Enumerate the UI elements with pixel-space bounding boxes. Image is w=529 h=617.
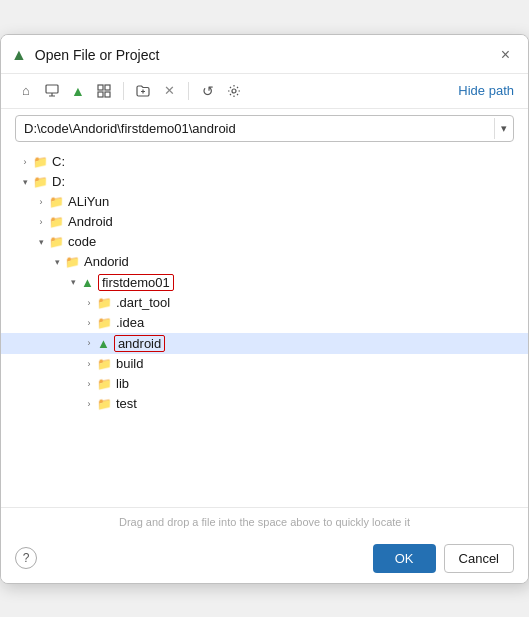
monitor-icon[interactable] — [41, 80, 63, 102]
footer-actions: OK Cancel — [373, 544, 514, 573]
tree-item-c[interactable]: ›📁C: — [1, 152, 528, 172]
chevron-icon: ▾ — [49, 254, 65, 270]
folder-icon: 📁 — [97, 397, 112, 411]
folder-icon: 📁 — [97, 316, 112, 330]
tree-item-code[interactable]: ▾📁code — [1, 232, 528, 252]
new-folder-icon[interactable] — [132, 80, 154, 102]
chevron-icon: › — [81, 396, 97, 412]
tree-item-label: D: — [52, 174, 65, 189]
delete-icon[interactable]: ✕ — [158, 80, 180, 102]
chevron-icon: › — [81, 335, 97, 351]
help-button[interactable]: ? — [15, 547, 37, 569]
home-icon[interactable]: ⌂ — [15, 80, 37, 102]
chevron-icon: ▾ — [17, 174, 33, 190]
tree-item-dart_tool[interactable]: ›📁.dart_tool — [1, 293, 528, 313]
tree-item-aliyun[interactable]: ›📁ALiYun — [1, 192, 528, 212]
chevron-icon: › — [33, 194, 49, 210]
folder-icon: 📁 — [65, 255, 80, 269]
title-bar: ▲ Open File or Project × — [1, 35, 528, 74]
chevron-icon: ▾ — [33, 234, 49, 250]
toolbar: ⌂ ▲ ✕ ↺ Hide path — [1, 74, 528, 109]
tree-item-build[interactable]: ›📁build — [1, 354, 528, 374]
tree-item-idea[interactable]: ›📁.idea — [1, 313, 528, 333]
toolbar-separator-1 — [123, 82, 124, 100]
tree-item-android[interactable]: ›▲android — [1, 333, 528, 354]
refresh-icon[interactable]: ↺ — [197, 80, 219, 102]
open-file-dialog: ▲ Open File or Project × ⌂ ▲ ✕ ↺ Hide pa… — [0, 34, 529, 584]
android-folder-icon: ▲ — [81, 275, 94, 290]
folder-icon: 📁 — [33, 155, 48, 169]
tree-item-label: firstdemo01 — [98, 274, 174, 291]
chevron-icon: › — [81, 376, 97, 392]
drag-hint: Drag and drop a file into the space abov… — [1, 508, 528, 534]
tree-item-label: Android — [68, 214, 113, 229]
tree-item-d[interactable]: ▾📁D: — [1, 172, 528, 192]
file-tree: ›📁C:▾📁D:›📁ALiYun›📁Android▾📁code▾📁Andorid… — [1, 148, 528, 508]
folder-icon: 📁 — [97, 377, 112, 391]
toolbar-separator-2 — [188, 82, 189, 100]
android-folder-icon: ▲ — [97, 336, 110, 351]
tree-item-label: C: — [52, 154, 65, 169]
tree-item-label: ALiYun — [68, 194, 109, 209]
tree-item-label: code — [68, 234, 96, 249]
path-bar: ▾ — [15, 115, 514, 142]
svg-rect-4 — [105, 85, 110, 90]
tree-item-label: lib — [116, 376, 129, 391]
tree-item-label: test — [116, 396, 137, 411]
dialog-title: Open File or Project — [35, 47, 497, 63]
cancel-button[interactable]: Cancel — [444, 544, 514, 573]
tree-item-lib[interactable]: ›📁lib — [1, 374, 528, 394]
folder-icon: 📁 — [97, 296, 112, 310]
svg-rect-0 — [46, 85, 58, 93]
dialog-title-icon: ▲ — [11, 46, 27, 64]
settings-icon[interactable] — [223, 80, 245, 102]
svg-point-9 — [232, 89, 236, 93]
chevron-icon: › — [81, 315, 97, 331]
folder-icon: 📁 — [49, 215, 64, 229]
chevron-icon: › — [81, 356, 97, 372]
tree-item-label: Andorid — [84, 254, 129, 269]
folder-icon: 📁 — [49, 195, 64, 209]
folder-grid-icon[interactable] — [93, 80, 115, 102]
path-input[interactable] — [16, 116, 494, 141]
footer: ? OK Cancel — [1, 534, 528, 583]
svg-rect-6 — [105, 92, 110, 97]
path-dropdown-button[interactable]: ▾ — [494, 118, 513, 139]
tree-item-andorid[interactable]: ▾📁Andorid — [1, 252, 528, 272]
android-project-icon[interactable]: ▲ — [67, 80, 89, 102]
chevron-icon: › — [17, 154, 33, 170]
svg-rect-5 — [98, 92, 103, 97]
tree-item-test[interactable]: ›📁test — [1, 394, 528, 414]
chevron-icon: › — [33, 214, 49, 230]
tree-item-firstdemo01[interactable]: ▾▲firstdemo01 — [1, 272, 528, 293]
tree-item-label: .idea — [116, 315, 144, 330]
tree-item-label: android — [114, 335, 165, 352]
chevron-icon: › — [81, 295, 97, 311]
tree-item-label: build — [116, 356, 143, 371]
folder-icon: 📁 — [97, 357, 112, 371]
folder-icon: 📁 — [49, 235, 64, 249]
chevron-icon: ▾ — [65, 274, 81, 290]
ok-button[interactable]: OK — [373, 544, 436, 573]
folder-icon: 📁 — [33, 175, 48, 189]
svg-rect-3 — [98, 85, 103, 90]
close-button[interactable]: × — [497, 45, 514, 65]
hide-path-button[interactable]: Hide path — [458, 83, 514, 98]
tree-item-android-top[interactable]: ›📁Android — [1, 212, 528, 232]
tree-item-label: .dart_tool — [116, 295, 170, 310]
